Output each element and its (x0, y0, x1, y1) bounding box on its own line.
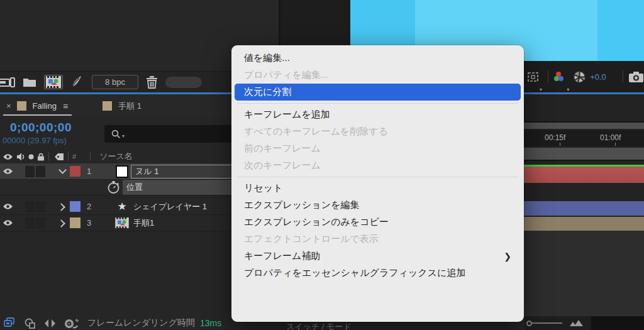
zoom-slider-track[interactable] (532, 322, 562, 324)
menu-separator (237, 103, 518, 104)
eye-icon[interactable] (3, 219, 13, 226)
composition-image (597, 0, 644, 61)
menu-item-edit-expression[interactable]: エクスプレッションを編集 (231, 197, 524, 214)
region-of-interest-icon[interactable] (527, 72, 539, 82)
channel-rgb-icon[interactable] (553, 71, 566, 83)
shape-layer-star-icon: ★ (117, 201, 126, 212)
camera-snapshot-icon[interactable] (628, 71, 644, 83)
audio-icon[interactable] (16, 153, 25, 161)
layer-number-column[interactable]: # (72, 153, 76, 160)
chevron-right-icon[interactable] (59, 220, 65, 226)
layer-number: 1 (87, 167, 96, 176)
search-icon (111, 129, 121, 139)
menu-item-next-keyframe: 次のキーフレーム (231, 157, 524, 174)
exposure-value[interactable]: +0.0 (590, 72, 606, 82)
folder-icon[interactable] (23, 77, 36, 87)
menu-item-separate-dimensions[interactable]: 次元に分割 (235, 84, 521, 101)
stopwatch-icon[interactable] (107, 180, 120, 194)
ruler-tick (615, 143, 616, 146)
source-name-column[interactable]: ソース名 (99, 151, 133, 162)
comp-color-swatch (103, 101, 112, 111)
layer-number: 3 (87, 218, 96, 228)
chevron-down-icon[interactable] (59, 168, 65, 175)
chevron-right-icon[interactable] (59, 204, 65, 210)
after-effects-window: 8 bpc ▾ ▾ +0.0 (0, 0, 644, 330)
eye-icon[interactable] (3, 168, 13, 175)
ruler-label: 00:15f (545, 133, 565, 142)
menu-item-reveal-in-effect-controls: エフェクトコントロールで表示 (231, 231, 524, 248)
header-divider (48, 152, 49, 161)
current-timecode[interactable]: 0;00;00;00 (10, 121, 72, 135)
chevron-down-icon[interactable]: ▾ (567, 87, 569, 92)
menu-item-add-to-essential-graphics[interactable]: プロパティをエッセンシャルグラフィックスに追加 (231, 265, 524, 282)
layer-label-color[interactable] (70, 166, 80, 177)
brush-icon[interactable] (70, 75, 83, 89)
label-tag-icon[interactable] (54, 153, 64, 161)
layer-label-color[interactable] (70, 201, 80, 212)
comp-color-swatch (17, 101, 26, 111)
hamburger-menu-icon[interactable]: ≡ (63, 101, 67, 111)
toolbar-pill (165, 77, 202, 88)
bit-depth-button[interactable]: 8 bpc (92, 75, 138, 89)
project-flowchart-icon[interactable] (0, 77, 15, 88)
trash-icon[interactable] (146, 75, 158, 89)
menu-item-edit-value[interactable]: 値を編集... (231, 50, 524, 67)
tab-falling[interactable]: × Falling ≡ (0, 94, 74, 118)
panel-corner (591, 316, 644, 330)
snail-draft-icon[interactable] (64, 318, 79, 329)
frame-render-time-label: フレームレンダリング時間 (87, 317, 195, 329)
tab-tejun-1[interactable]: 手順 1 (103, 94, 142, 118)
eye-icon[interactable] (3, 153, 13, 160)
switches-modes-label[interactable]: スイッチ / モード (286, 321, 352, 330)
layer-number: 2 (87, 202, 96, 211)
tab-label: 手順 1 (118, 101, 142, 112)
menu-item-previous-keyframe: 前のキーフレーム (231, 140, 524, 157)
mini-flowchart-icon[interactable] (3, 317, 17, 329)
tab-label: Falling (33, 101, 57, 111)
layer-switches[interactable] (25, 166, 45, 177)
layer-switches[interactable] (25, 201, 45, 212)
menu-item-delete-all-keyframes: すべてのキーフレームを削除する (231, 123, 524, 140)
eye-icon[interactable] (3, 203, 13, 210)
context-menu: 値を編集... プロパティを編集... 次元に分割 キーフレームを追加 すべての… (231, 45, 524, 322)
solo-icon[interactable] (28, 154, 34, 160)
close-icon[interactable]: × (6, 101, 11, 111)
frame-info: 00000 (29.97 fps) (3, 136, 67, 145)
chevron-down-icon[interactable]: ▾ (122, 133, 125, 139)
zoom-mountain-icon[interactable] (570, 320, 583, 326)
exposure-aperture-icon[interactable] (573, 70, 586, 84)
property-name: 位置 (126, 182, 143, 193)
null-object-icon (116, 165, 128, 178)
layer-switches[interactable] (25, 217, 45, 229)
layer-name: 手順1 (133, 217, 154, 229)
live-update-icon[interactable] (44, 318, 56, 329)
menu-item-copy-expression-only[interactable]: エクスプレッションのみをコピー (231, 214, 524, 231)
transparency-grid-icon[interactable] (25, 318, 36, 329)
header-divider (90, 152, 91, 161)
footage-icon (115, 217, 129, 228)
footage-icon[interactable] (44, 75, 63, 89)
submenu-arrow-icon: ❯ (504, 251, 511, 261)
menu-item-keyframe-assistant[interactable]: キーフレーム補助 ❯ (231, 248, 524, 265)
layer-name: シェイプレイヤー 1 (133, 201, 207, 212)
lock-icon[interactable] (37, 153, 45, 161)
timeline-zoom-control (525, 316, 591, 330)
header-divider (68, 152, 69, 161)
menu-separator (237, 177, 518, 177)
layer-label-color[interactable] (70, 217, 80, 228)
menu-item-edit-property: プロパティを編集... (231, 67, 524, 84)
ruler-tick (560, 143, 560, 146)
menu-item-reset[interactable]: リセット (231, 180, 524, 197)
menu-item-add-keyframe[interactable]: キーフレームを追加 (231, 106, 524, 123)
zoom-slider-knob[interactable] (526, 321, 532, 326)
layer-name: ヌル 1 (135, 166, 158, 177)
menu-item-label: キーフレーム補助 (244, 250, 320, 262)
chevron-down-icon[interactable]: ▾ (540, 87, 542, 92)
frame-render-time-value: 13ms (200, 318, 221, 328)
ruler-label: 01:00f (600, 133, 621, 142)
